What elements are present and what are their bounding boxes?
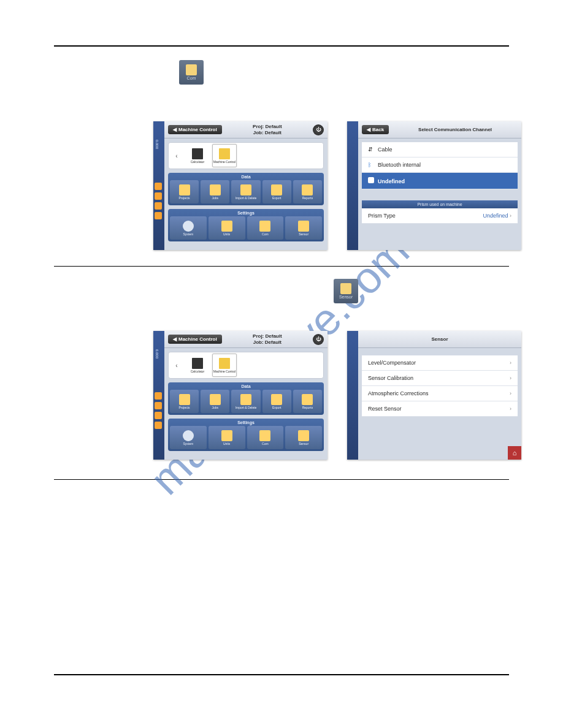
chevron-left-icon: ◀ xyxy=(367,127,370,132)
apps-prev[interactable]: ‹ xyxy=(170,153,183,159)
jobs-icon xyxy=(210,184,221,195)
tile-units[interactable]: Units xyxy=(209,426,245,449)
tile-import-delete[interactable]: Import & Delete xyxy=(231,390,260,413)
back-button[interactable]: ◀ Machine Control xyxy=(168,125,222,134)
tile-projects[interactable]: Projects xyxy=(170,390,199,413)
icon-tile-com: Com xyxy=(179,60,204,85)
tile-units[interactable]: Units xyxy=(209,216,245,240)
tile-jobs[interactable]: Jobs xyxy=(201,390,229,413)
chevron-right-icon: › xyxy=(510,390,511,396)
back-button[interactable]: ◀ Back xyxy=(362,125,389,134)
panel-sensor: Sensor Level/Compensator › Sensor Calibr… xyxy=(347,331,521,460)
chevron-right-icon: › xyxy=(510,406,511,412)
sidebar xyxy=(347,331,358,460)
section-settings: Settings System Units Com Sensor xyxy=(168,209,324,241)
sidebar: 0.000 xyxy=(153,331,164,460)
tile-sensor[interactable]: Sensor xyxy=(285,216,322,240)
panel-header: ◀ Back Select Communication Channel xyxy=(358,121,521,138)
header-title: Sensor xyxy=(362,336,518,343)
tile-reports[interactable]: Reports xyxy=(293,180,322,203)
jobs-icon xyxy=(210,394,221,405)
back-label: Machine Control xyxy=(178,336,217,342)
calculator-icon xyxy=(192,148,203,159)
header-title: Select Communication Channel xyxy=(393,127,518,133)
units-icon xyxy=(221,221,232,232)
chevron-right-icon: › xyxy=(510,375,511,381)
section-data-title: Data xyxy=(170,175,322,179)
section-settings: Settings System Units Com Sensor xyxy=(168,419,324,451)
tile-system[interactable]: System xyxy=(170,426,207,449)
sensor-icon xyxy=(340,283,351,294)
back-button[interactable]: ◀ Machine Control xyxy=(168,335,222,344)
panel-main-menu-2: 0.000 ◀ Machine Control Proj: Default Jo… xyxy=(153,331,327,460)
tile-reports[interactable]: Reports xyxy=(293,390,322,413)
import-delete-icon xyxy=(240,184,251,195)
home-icon: ⌂ xyxy=(513,449,517,457)
panel-comm-channel: ◀ Back Select Communication Channel ⇵Cab… xyxy=(347,121,521,250)
export-icon xyxy=(271,184,282,195)
section-data-title: Data xyxy=(170,384,322,389)
apps-prev[interactable]: ‹ xyxy=(170,362,183,369)
chevron-right-icon: › xyxy=(510,360,511,366)
tile-jobs[interactable]: Jobs xyxy=(201,180,229,203)
tile-sensor[interactable]: Sensor xyxy=(285,426,322,449)
tile-projects[interactable]: Projects xyxy=(170,180,199,203)
panel-header: ◀ Machine Control Proj: Default Job: Def… xyxy=(164,121,327,138)
sidebar-value: 0.000 xyxy=(155,140,159,149)
row-bluetooth[interactable]: ᛒBluetooth internal xyxy=(362,157,518,173)
row-sensor-calibration[interactable]: Sensor Calibration › xyxy=(362,371,518,386)
comm-list: ⇵Cable ᛒBluetooth internal Undefined Pri… xyxy=(362,142,518,224)
import-delete-icon xyxy=(240,394,251,405)
row-cable[interactable]: ⇵Cable xyxy=(362,142,518,157)
cable-icon: ⇵ xyxy=(368,146,374,153)
row-level-compensator[interactable]: Level/Compensator › xyxy=(362,355,518,371)
rule-bottom xyxy=(54,674,509,675)
tile-export[interactable]: Export xyxy=(262,180,291,203)
tile-system[interactable]: System xyxy=(170,216,207,240)
app-calculator[interactable]: Calculator xyxy=(185,144,210,167)
row-prism-type[interactable]: Prism Type Undefined › xyxy=(362,208,518,224)
prism-type-label: Prism Type xyxy=(368,213,396,219)
section-settings-title: Settings xyxy=(170,420,322,425)
tile-import-delete[interactable]: Import & Delete xyxy=(231,180,260,203)
tile-com[interactable]: Com xyxy=(247,426,284,449)
units-icon xyxy=(221,430,232,441)
back-label: Machine Control xyxy=(178,127,217,132)
app-machine-control[interactable]: Machine Control xyxy=(212,354,237,377)
undefined-icon xyxy=(368,177,374,183)
sidebar-icons xyxy=(155,392,162,429)
reports-icon xyxy=(302,394,313,405)
header-title: Proj: Default Job: Default xyxy=(226,333,309,345)
settings-sensor-icon xyxy=(298,430,309,441)
header-title: Proj: Default Job: Default xyxy=(226,124,309,135)
row-atmospheric-corrections[interactable]: Atmospheric Corrections › xyxy=(362,386,518,401)
rule-middle-1 xyxy=(54,266,509,267)
settings-sensor-icon xyxy=(298,221,309,232)
power-button[interactable]: ⏻ xyxy=(313,334,324,345)
sidebar: 0.000 xyxy=(153,121,164,250)
apps-row: ‹ Calculator Machine Control xyxy=(168,352,324,379)
tile-export[interactable]: Export xyxy=(262,390,291,413)
settings-com-icon xyxy=(259,221,270,232)
system-icon xyxy=(183,430,194,441)
prism-section-header: Prism used on machine xyxy=(362,200,518,208)
sidebar-icons xyxy=(155,183,162,219)
app-calculator[interactable]: Calculator xyxy=(185,354,210,377)
home-button[interactable]: ⌂ xyxy=(508,446,521,460)
panel-header: ◀ Machine Control Proj: Default Job: Def… xyxy=(164,331,327,348)
row-reset-sensor[interactable]: Reset Sensor › xyxy=(362,401,518,417)
power-button[interactable]: ⏻ xyxy=(313,124,324,135)
icon-tile-sensor: Sensor xyxy=(334,279,358,303)
com-tile-label: Com xyxy=(187,76,196,80)
prism-type-value: Undefined xyxy=(483,213,508,219)
section-settings-title: Settings xyxy=(170,211,322,215)
sensor-tile-label: Sensor xyxy=(339,295,353,299)
sidebar xyxy=(347,121,358,250)
app-machine-control[interactable]: Machine Control xyxy=(212,144,237,167)
rule-top xyxy=(54,45,509,47)
sidebar-value: 0.000 xyxy=(155,349,159,358)
section-data: Data Projects Jobs Import & Delete Expor… xyxy=(168,173,324,205)
tile-com[interactable]: Com xyxy=(247,216,284,240)
row-undefined[interactable]: Undefined xyxy=(362,173,518,189)
reports-icon xyxy=(302,184,313,195)
